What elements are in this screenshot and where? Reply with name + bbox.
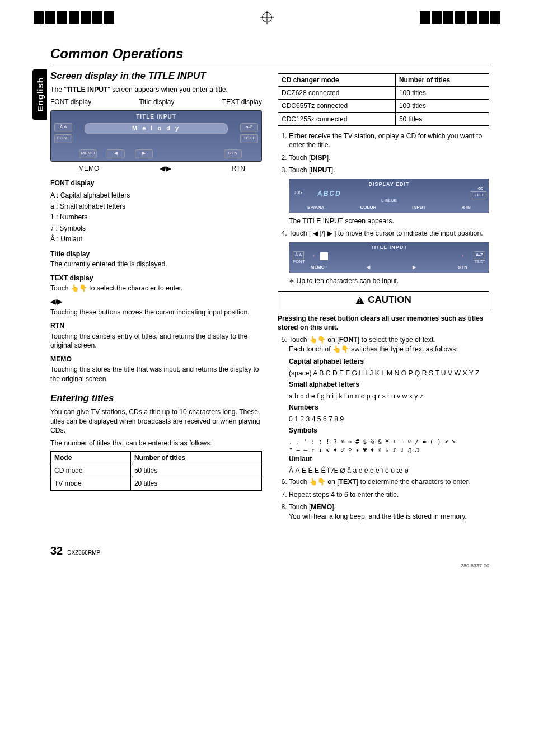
screen-header: TITLE INPUT — [371, 244, 407, 251]
title-display-label: Title display — [139, 97, 175, 106]
caution-box: CAUTION — [278, 291, 489, 309]
title-input-screen-2: TITLE INPUT Å A FONT A-Z TEXT ‹ › MEMO ◀… — [289, 242, 489, 273]
text-display-header: TEXT display — [50, 274, 262, 283]
step3-note: The TITLE INPUT screen appears. — [278, 217, 489, 226]
title-input-screen: TITLE INPUT Å A FONT M e l o d y a-Z TEX… — [50, 110, 262, 162]
rtn-body: Touching this cancels entry of titles, a… — [50, 332, 262, 350]
spana-button[interactable]: SP/ANA — [307, 205, 324, 211]
font-definitions: A : Capital alphabet letters a : Small a… — [50, 191, 262, 243]
rtn-button[interactable]: RTN — [458, 265, 467, 271]
font-display-header: FONT display — [50, 179, 262, 187]
numbers-values: 0 1 2 3 4 5 6 7 8 9 — [278, 415, 489, 424]
arrows-header: ◀/▶ — [50, 297, 262, 306]
memo-button[interactable]: MEMO — [311, 265, 325, 271]
screen-header: DISPLAY EDIT — [368, 181, 409, 187]
rtn-label: RTN — [232, 164, 245, 173]
color-label: L-BLUE — [381, 198, 397, 204]
title-display-body: The currently entered title is displayed… — [50, 260, 262, 269]
rtn-button[interactable]: RTN — [461, 205, 470, 211]
bottom-labels: MEMO ◀/▶ RTN — [50, 164, 262, 173]
caution-note: Pressing the reset button clears all use… — [278, 314, 489, 332]
section-screen-display: Screen display in the TITLE INPUT — [50, 70, 262, 83]
input-button[interactable]: INPUT — [412, 205, 425, 211]
table-row: CD mode50 titles — [51, 464, 262, 477]
title-side-button[interactable]: TITLE — [471, 191, 486, 200]
steps-list-3: Touch 👆👇 on [FONT] to select the type of… — [278, 335, 489, 354]
arrows-label: ◀/▶ — [160, 164, 171, 173]
right-arrow-button[interactable]: ▶ — [135, 149, 153, 158]
track-num: ♪05 — [294, 189, 302, 196]
text-button[interactable]: TEXT — [240, 134, 258, 143]
left-arrow-button[interactable]: ◀ — [367, 265, 370, 271]
steps-list: Either receive the TV station, or play a… — [278, 132, 489, 175]
section-entering-titles: Entering titles — [50, 392, 262, 405]
memo-header: MEMO — [50, 355, 262, 364]
left-markers — [34, 11, 114, 24]
symbols-row1: . , ' : ; ! ? ∞ ∗ # $ % & ¥ + − × / = ( … — [278, 438, 489, 446]
rtn-header: RTN — [50, 321, 262, 330]
display-labels: FONT display Title display TEXT display — [50, 97, 262, 106]
step-3: Touch [INPUT]. — [289, 166, 489, 175]
crosshair-icon — [262, 12, 272, 22]
table-row: DCZ628 connected100 titles — [278, 87, 489, 100]
font-button[interactable]: FONT — [54, 134, 72, 143]
symbols-header: Symbols — [289, 426, 317, 434]
entering-p1: You can give TV stations, CDs a title up… — [50, 407, 262, 435]
part-number: 280-8337-00 — [461, 563, 489, 569]
left-column: Screen display in the TITLE INPUT The "T… — [50, 70, 262, 524]
umlaut-values: Å Ä Ë É E Ê Ï Æ Ø å ä ë é e ê ï ö ü æ ø — [278, 466, 489, 475]
page-number: 32 — [50, 544, 63, 557]
step-6: Touch 👆👇 on [TEXT] to determine the char… — [289, 477, 489, 486]
intro-text: The "TITLE INPUT" screen appears when yo… — [50, 85, 262, 94]
left-arrow-button[interactable]: ◀ — [107, 149, 125, 158]
table-row: CDC1255z connected50 titles — [278, 112, 489, 125]
step-8: Touch [MEMO]. You will hear a long beep,… — [289, 503, 489, 521]
umlaut-header: Umlaut — [289, 455, 312, 463]
page-footer: 32 DXZ868RMP — [50, 544, 489, 557]
registration-marks — [0, 0, 534, 29]
step-2: Touch [DISP]. — [289, 153, 489, 162]
right-arrow-icon[interactable]: › — [462, 252, 463, 259]
font-type-button[interactable]: Å A — [293, 251, 304, 260]
page-title: Common Operations — [50, 46, 489, 64]
capital-values: (space) A B C D E F G H I J K L M N O P … — [278, 369, 489, 378]
font-type-button[interactable]: Å A — [54, 123, 72, 132]
step4-note: ∗ Up to ten characters can be input. — [278, 276, 489, 285]
left-arrow-icon[interactable]: ‹ — [313, 252, 315, 259]
steps-list-2: Touch [ ◀ ]/[ ▶ ] to move the cursor to … — [278, 229, 489, 238]
step-5: Touch 👆👇 on [FONT] to select the type of… — [289, 335, 489, 354]
memo-button[interactable]: MEMO — [79, 149, 97, 158]
memo-body: Touching this stores the title that was … — [50, 365, 262, 383]
right-arrow-button[interactable]: ▶ — [413, 265, 416, 271]
memo-label: MEMO — [78, 164, 99, 173]
step-1: Either receive the TV station, or play a… — [289, 132, 489, 150]
changer-titles-table: CD changer modeNumber of titles DCZ628 c… — [278, 73, 489, 126]
right-markers — [420, 11, 500, 24]
warning-icon — [355, 297, 364, 304]
text-type-button[interactable]: A-Z — [474, 251, 485, 260]
title-display-header: Title display — [50, 250, 262, 259]
step-7: Repeat steps 4 to 6 to enter the title. — [289, 490, 489, 499]
table-row: CDC655Tz connected100 titles — [278, 100, 489, 112]
color-button[interactable]: COLOR — [360, 205, 376, 211]
table-row: TV mode20 titles — [51, 477, 262, 490]
model-number: DXZ868RMP — [67, 550, 100, 556]
small-values: a b c d e f g h i j k l m n o p q r s t … — [278, 392, 489, 401]
right-column: CD changer modeNumber of titles DCZ628 c… — [278, 70, 489, 524]
arrows-body: Touching these buttons moves the cursor … — [50, 308, 262, 317]
caution-label: CAUTION — [368, 294, 411, 305]
font-display-label: FONT display — [50, 97, 91, 106]
mode-titles-table: ModeNumber of titles CD mode50 titles TV… — [50, 451, 262, 491]
cursor-box — [320, 252, 328, 260]
text-type-button[interactable]: a-Z — [240, 123, 258, 132]
rtn-button[interactable]: RTN — [224, 149, 242, 158]
capital-header: Capital alphabet letters — [289, 358, 364, 365]
text-display-label: TEXT display — [222, 97, 262, 106]
text-button[interactable]: TEXT — [474, 259, 485, 265]
font-button[interactable]: FONT — [293, 259, 305, 265]
step-4: Touch [ ◀ ]/[ ▶ ] to move the cursor to … — [289, 229, 489, 238]
rewind-icon: ≪ — [477, 185, 483, 192]
numbers-header: Numbers — [289, 403, 318, 411]
entering-p2: The number of titles that can be entered… — [50, 439, 262, 448]
symbols-row2: " — – ↑ ↓ ↖ ♦ ♂ ♀ ★ ♥ ♦ ♯ ♭ ♪ ♩ ♫ ♬ — [278, 446, 489, 454]
